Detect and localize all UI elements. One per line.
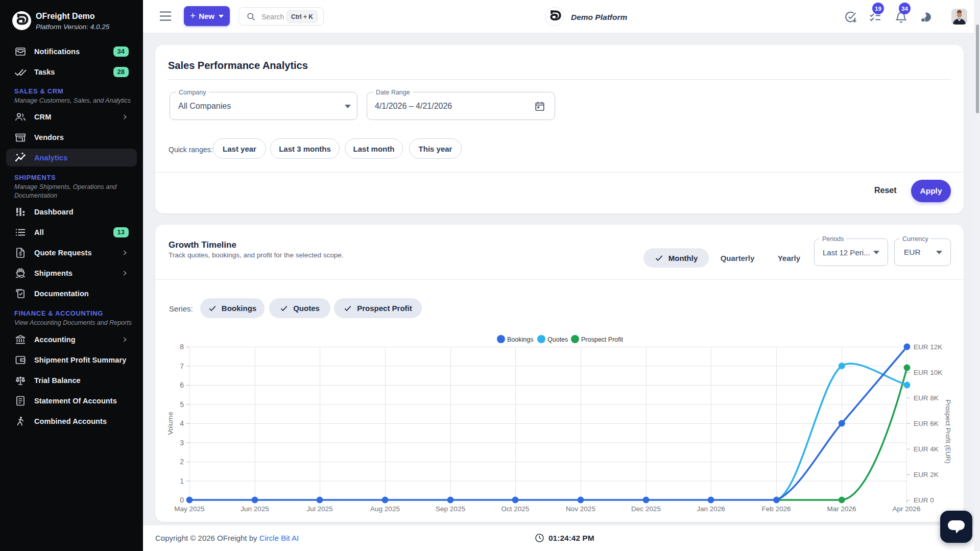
svg-text:Quotes: Quotes [547,336,568,343]
svg-text:Volume: Volume [166,412,174,435]
svg-text:3: 3 [180,439,184,447]
svg-text:2: 2 [180,458,184,466]
svg-text:Nov 2025: Nov 2025 [566,505,595,513]
svg-text:EUR 12K: EUR 12K [914,343,942,351]
svg-text:EUR 0: EUR 0 [914,496,934,504]
svg-text:EUR 4K: EUR 4K [914,445,939,453]
svg-text:EUR 10K: EUR 10K [914,369,942,376]
svg-text:Mar 2026: Mar 2026 [827,505,856,513]
svg-text:Jun 2025: Jun 2025 [241,505,269,513]
svg-text:Bookings: Bookings [507,336,533,343]
svg-text:Prospect Profit (EUR): Prospect Profit (EUR) [944,400,952,464]
svg-text:EUR 8K: EUR 8K [914,394,939,402]
svg-text:Jan 2026: Jan 2026 [697,505,725,513]
svg-text:EUR 6K: EUR 6K [914,420,939,427]
svg-text:May 2025: May 2025 [174,505,204,513]
svg-text:0: 0 [180,496,184,504]
svg-text:1: 1 [180,477,184,485]
svg-text:Oct 2025: Oct 2025 [501,505,530,513]
svg-text:Dec 2025: Dec 2025 [631,505,661,513]
svg-text:Sep 2025: Sep 2025 [436,505,465,513]
svg-text:EUR 2K: EUR 2K [914,471,939,478]
svg-text:Aug 2025: Aug 2025 [370,505,400,513]
svg-text:6: 6 [180,381,184,389]
svg-text:Prospect Profit: Prospect Profit [581,336,624,343]
svg-text:7: 7 [180,362,184,370]
svg-text:Jul 2025: Jul 2025 [306,505,332,513]
svg-text:Feb 2026: Feb 2026 [761,505,791,513]
svg-text:4: 4 [180,419,184,427]
svg-text:Apr 2026: Apr 2026 [893,505,921,513]
svg-text:8: 8 [180,343,184,351]
svg-text:5: 5 [180,400,184,409]
